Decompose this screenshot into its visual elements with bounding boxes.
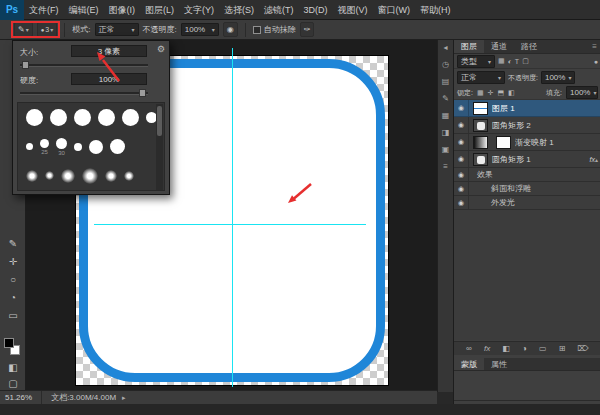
link-layers-icon[interactable]: ∞: [466, 344, 472, 353]
brush-preset-soft[interactable]: [45, 171, 54, 180]
brush-preset[interactable]: [110, 139, 125, 154]
brush-preset-soft[interactable]: [124, 171, 134, 181]
menu-edit[interactable]: 编辑(E): [64, 0, 104, 20]
pressure-opacity-toggle[interactable]: ◉: [223, 22, 238, 37]
brush-preset[interactable]: [89, 140, 103, 154]
filter-type-icon[interactable]: T: [515, 58, 519, 65]
tab-properties[interactable]: 属性: [484, 358, 514, 370]
lock-all-icon[interactable]: ⬒: [497, 89, 504, 97]
lock-transparent-icon[interactable]: ◧: [508, 89, 515, 97]
vertical-guide[interactable]: [232, 48, 233, 387]
menu-window[interactable]: 窗口(W): [373, 0, 416, 20]
menu-type[interactable]: 文字(Y): [179, 0, 219, 20]
delete-layer-icon[interactable]: ⌦: [578, 344, 589, 353]
visibility-eye-icon[interactable]: ◉: [454, 196, 469, 209]
filter-type-dropdown[interactable]: 类型 ▾: [457, 55, 495, 68]
chevron-up-icon[interactable]: ▴: [595, 156, 598, 163]
layer-row[interactable]: ◉ 圆角矩形 1 fx ▴: [454, 151, 600, 168]
actions-panel-icon[interactable]: ▣: [442, 145, 450, 154]
menu-view[interactable]: 视图(V): [333, 0, 373, 20]
hardness-value-field[interactable]: 100%: [71, 73, 147, 85]
eyedropper-tool-icon[interactable]: ✎: [0, 238, 26, 249]
brush-preset-soft[interactable]: [82, 168, 98, 184]
brush-preset[interactable]: [26, 109, 43, 126]
layer-row[interactable]: ◉ 圆角矩形 2: [454, 117, 600, 134]
layer-row[interactable]: ◉ 渐变映射 1: [454, 134, 600, 151]
clone-source-icon[interactable]: ▦: [442, 111, 450, 120]
pencil-tool-preset[interactable]: ✎▾: [14, 22, 33, 37]
panel-menu-icon[interactable]: ≡: [588, 40, 600, 53]
layer-row[interactable]: ◉ 图层 1: [454, 100, 600, 117]
brush-preset-soft[interactable]: [61, 169, 75, 183]
brush-preset[interactable]: [74, 143, 82, 151]
tab-layers[interactable]: 图层: [454, 40, 484, 53]
visibility-eye-icon[interactable]: ◉: [454, 151, 469, 167]
preset-scrollbar[interactable]: [156, 104, 163, 190]
foreground-color-swatch[interactable]: [4, 338, 14, 348]
horizontal-guide[interactable]: [94, 224, 366, 225]
visibility-eye-icon[interactable]: ◉: [454, 168, 469, 181]
layer-thumbnail[interactable]: [473, 102, 488, 115]
menu-select[interactable]: 选择(S): [219, 0, 259, 20]
effects-row[interactable]: ◉ 效果: [454, 168, 600, 182]
add-mask-icon[interactable]: ◧: [502, 344, 510, 353]
visibility-eye-icon[interactable]: ◉: [454, 117, 469, 133]
effect-row[interactable]: ◉ 斜面和浮雕: [454, 182, 600, 196]
brush-preset-soft[interactable]: [26, 170, 38, 182]
brush-preset[interactable]: [98, 109, 115, 126]
expand-panels-icon[interactable]: ◂: [443, 43, 447, 52]
hardness-slider[interactable]: [20, 92, 148, 95]
menu-help[interactable]: 帮助(H): [415, 0, 456, 20]
filter-shape-icon[interactable]: ▢: [522, 57, 529, 65]
tab-paths[interactable]: 路径: [514, 40, 544, 53]
tab-channels[interactable]: 通道: [484, 40, 514, 53]
menu-3d[interactable]: 3D(D): [299, 0, 333, 20]
lock-pixels-icon[interactable]: ▦: [477, 89, 484, 97]
layer-style-icon[interactable]: fx: [484, 344, 490, 353]
move-tool-icon[interactable]: ▭: [0, 310, 26, 321]
layer-thumbnail[interactable]: [473, 119, 488, 132]
brush-preset[interactable]: [74, 109, 91, 126]
info-panel-icon[interactable]: ◨: [442, 128, 450, 137]
new-layer-icon[interactable]: ⊞: [559, 344, 566, 353]
brush-preset[interactable]: 30: [56, 138, 67, 156]
fill-dropdown[interactable]: 100% ▾: [566, 86, 598, 99]
filter-pixel-icon[interactable]: ▦: [498, 57, 505, 65]
visibility-eye-icon[interactable]: ◉: [454, 182, 469, 195]
brush-preset-soft[interactable]: [105, 170, 117, 182]
layer-opacity-dropdown[interactable]: 100% ▾: [541, 71, 575, 84]
adjustment-layer-icon[interactable]: ◑: [522, 344, 527, 353]
adjustment-layer-icon[interactable]: [473, 136, 488, 149]
layer-thumbnail[interactable]: [473, 153, 488, 166]
size-value-field[interactable]: 3 像素: [71, 45, 147, 57]
menu-image[interactable]: 图像(I): [104, 0, 141, 20]
tab-masks[interactable]: 蒙版: [454, 358, 484, 370]
zoom-level-field[interactable]: 51.26%: [5, 393, 32, 402]
menu-filter[interactable]: 滤镜(T): [259, 0, 299, 20]
auto-erase-checkbox[interactable]: 自动抹除: [253, 24, 296, 35]
visibility-eye-icon[interactable]: ◉: [454, 100, 469, 116]
new-group-icon[interactable]: ▭: [539, 344, 547, 353]
brush-preset-picker[interactable]: ● 3 ▾: [37, 22, 58, 37]
size-slider[interactable]: [20, 64, 148, 67]
zoom-tool-icon[interactable]: ◔: [0, 292, 26, 303]
hardness-slider-handle[interactable]: [139, 89, 146, 97]
brush-preset[interactable]: [50, 109, 67, 126]
scrollbar-thumb[interactable]: [157, 106, 162, 136]
filter-toggle-icon[interactable]: ●: [594, 58, 598, 65]
healing-tool-icon[interactable]: ✛: [0, 256, 26, 267]
size-slider-handle[interactable]: [22, 61, 29, 69]
menu-file[interactable]: 文件(F): [24, 0, 64, 20]
opacity-dropdown[interactable]: 100% ▾: [181, 23, 219, 36]
brush-preset[interactable]: [122, 109, 139, 126]
pressure-size-toggle[interactable]: ✑: [300, 22, 315, 37]
layer-mask-thumbnail[interactable]: [496, 136, 511, 149]
mode-dropdown[interactable]: 正常 ▾: [95, 23, 139, 36]
effect-row[interactable]: ◉ 外发光: [454, 196, 600, 210]
brush-preset[interactable]: 25: [40, 139, 49, 155]
hand-tool-icon[interactable]: ○: [0, 274, 26, 285]
quick-mask-icon[interactable]: ◧: [0, 362, 26, 373]
gear-icon[interactable]: ⚙: [157, 44, 165, 54]
filter-adjustment-icon[interactable]: ◐: [508, 58, 512, 65]
lock-position-icon[interactable]: ✛: [488, 89, 494, 97]
